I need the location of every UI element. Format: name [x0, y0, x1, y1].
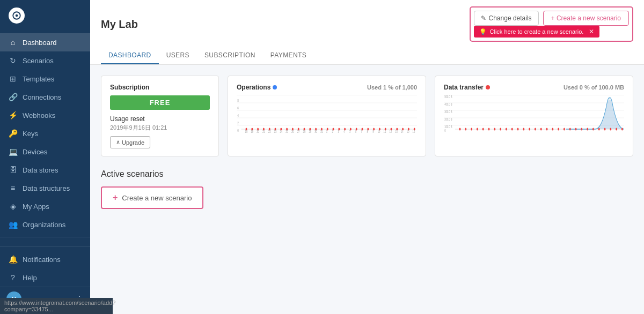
sidebar-item-label: Notifications [23, 256, 61, 264]
svg-text:11: 11 [384, 130, 386, 133]
keys-icon: 🔑 [9, 129, 17, 138]
svg-text:1: 1 [326, 130, 327, 133]
sidebar-item-keys[interactable]: 🔑 Keys [0, 124, 90, 143]
sidebar-item-help[interactable]: ? Help [0, 268, 90, 287]
operations-title: Operations Used 1 % of 1,000 [237, 84, 417, 91]
svg-text:2: 2 [237, 121, 239, 125]
sidebar-item-my-apps[interactable]: ◈ My Apps [0, 197, 90, 215]
tab-users[interactable]: USERS [159, 47, 197, 64]
svg-text:13: 13 [395, 130, 398, 133]
sidebar-item-label: Data structures [23, 184, 70, 192]
svg-point-86 [465, 128, 466, 131]
svg-point-112 [616, 128, 617, 131]
sidebar-item-scenarios[interactable]: ↻ Scenarios [0, 51, 90, 70]
create-scenario-box[interactable]: + Create a new scenario [101, 186, 203, 209]
svg-text:22: 22 [268, 130, 271, 133]
svg-text:3: 3 [338, 130, 339, 133]
scenarios-icon: ↻ [9, 56, 17, 65]
plus-icon: + [113, 193, 118, 203]
svg-text:6: 6 [355, 130, 356, 133]
sidebar-item-data-stores[interactable]: 🗄 Data stores [0, 161, 90, 179]
svg-text:27: 27 [297, 130, 300, 133]
sidebar-item-label: Keys [23, 130, 38, 138]
svg-point-94 [511, 128, 513, 131]
svg-text:24: 24 [280, 130, 282, 133]
sidebar-item-connections[interactable]: 🔗 Connections [0, 88, 90, 106]
notifications-icon: 🔔 [9, 255, 17, 264]
sidebar-item-label: Scenarios [23, 57, 54, 65]
sidebar-item-label: Templates [23, 75, 54, 83]
svg-point-113 [621, 128, 623, 131]
svg-text:500.0 B: 500.0 B [444, 95, 452, 99]
change-details-button[interactable]: ✎ Change details [474, 11, 539, 26]
svg-text:15: 15 [407, 130, 409, 133]
sidebar-item-label: Help [23, 274, 37, 282]
svg-text:7: 7 [361, 130, 362, 133]
svg-point-98 [535, 128, 536, 131]
sidebar-navigation: ⌂ Dashboard ↻ Scenarios ⊞ Templates 🔗 Co… [0, 31, 90, 243]
svg-point-91 [494, 128, 495, 131]
edit-icon: ✎ [481, 14, 486, 22]
header-actions-box: ✎ Change details + Create a new scenario… [470, 6, 633, 42]
sidebar-logo[interactable] [0, 0, 90, 31]
svg-text:5: 5 [349, 130, 350, 133]
sidebar-item-webhooks[interactable]: ⚡ Webhooks [0, 106, 90, 124]
svg-point-103 [564, 128, 565, 131]
data-transfer-chart: 500.0 B 400.0 B 300.0 B 200.0 B 100.0 B … [444, 95, 624, 138]
svg-text:10: 10 [378, 130, 380, 133]
sidebar-item-data-structures[interactable]: ≡ Data structures [0, 179, 90, 197]
svg-text:6: 6 [237, 106, 239, 110]
upgrade-button[interactable]: ∧ Upgrade [110, 136, 150, 148]
sidebar-item-notifications[interactable]: 🔔 Notifications [0, 250, 90, 268]
svg-point-110 [604, 128, 606, 131]
sidebar-item-dashboard[interactable]: ⌂ Dashboard [0, 33, 90, 51]
sidebar-item-label: Connections [23, 93, 61, 101]
sidebar-item-templates[interactable]: ⊞ Templates [0, 70, 90, 88]
sidebar-item-label: Organizations [23, 221, 65, 229]
svg-text:9: 9 [372, 130, 374, 133]
svg-point-104 [569, 128, 571, 131]
svg-point-100 [546, 128, 548, 131]
svg-text:14: 14 [401, 130, 404, 133]
svg-point-85 [459, 128, 461, 131]
sidebar-item-label: Devices [23, 148, 47, 156]
sidebar-item-organizations[interactable]: 👥 Organizations [0, 215, 90, 234]
data-transfer-dot [486, 85, 490, 89]
svg-point-108 [592, 128, 594, 131]
data-transfer-used: Used 0 % of 100.0 MB [564, 84, 624, 91]
svg-text:0: 0 [237, 128, 239, 132]
svg-text:300.0 B: 300.0 B [444, 110, 452, 114]
svg-text:18: 18 [245, 130, 248, 133]
subscription-card: Subscription FREE Usage reset 2019年9月16日… [101, 76, 219, 156]
sidebar: ⌂ Dashboard ↻ Scenarios ⊞ Templates 🔗 Co… [0, 0, 90, 314]
sidebar-item-devices[interactable]: 💻 Devices [0, 143, 90, 161]
tooltip-close-button[interactable]: ✕ [589, 28, 594, 35]
tab-payments[interactable]: PAYMENTS [263, 47, 314, 64]
svg-point-87 [471, 128, 472, 131]
tooltip-icon: 💡 [479, 28, 487, 35]
svg-text:20: 20 [257, 130, 259, 133]
operations-dot [273, 85, 277, 89]
page-header: My Lab ✎ Change details + Create a new s… [90, 0, 644, 65]
svg-point-99 [540, 128, 542, 131]
svg-point-111 [610, 128, 611, 131]
svg-point-97 [529, 128, 530, 131]
tab-dashboard[interactable]: DASHBOARD [101, 47, 159, 64]
svg-text:29: 29 [309, 130, 311, 133]
tooltip-text: Click here to create a new scenario. [490, 28, 584, 35]
svg-text:4: 4 [237, 113, 239, 117]
svg-point-93 [506, 128, 507, 131]
active-scenarios-section: Active scenarios + Create a new scenario [101, 169, 633, 209]
svg-point-107 [587, 128, 588, 131]
svg-text:400.0 B: 400.0 B [444, 102, 452, 106]
svg-point-92 [500, 128, 501, 131]
svg-point-109 [598, 128, 600, 131]
tab-subscription[interactable]: SUBSCRIPTION [197, 47, 263, 64]
create-scenario-header-button[interactable]: + Create a new scenario [543, 11, 629, 26]
tooltip-bar: 💡 Click here to create a new scenario. ✕ [474, 26, 600, 38]
main-content: My Lab ✎ Change details + Create a new s… [90, 0, 644, 314]
svg-point-89 [482, 128, 484, 131]
header-actions-wrap: ✎ Change details + Create a new scenario… [470, 6, 633, 42]
svg-point-102 [558, 128, 559, 131]
svg-point-101 [552, 128, 553, 131]
